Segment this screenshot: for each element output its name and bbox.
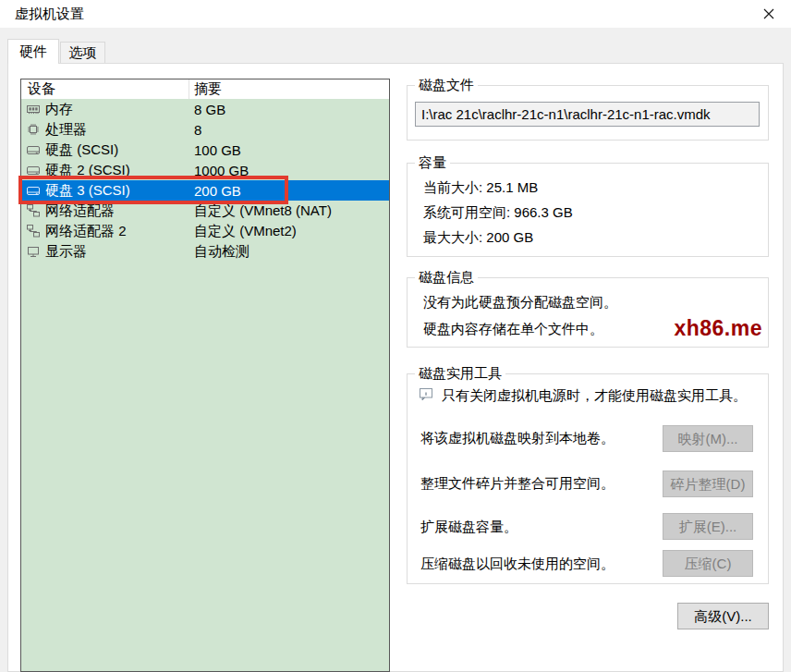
tab-hardware[interactable]: 硬件	[7, 39, 59, 64]
dialog-title: 虚拟机设置	[15, 0, 84, 28]
capacity-group-label: 容量	[415, 154, 450, 172]
device-summary: 自定义 (VMnet8 (NAT)	[189, 202, 389, 220]
capacity-group: 容量 当前大小: 25.1 MB 系统可用空间: 966.3 GB 最大大小: …	[407, 163, 769, 257]
device-row-processors[interactable]: 处理器 8	[21, 119, 389, 140]
disk-info-group-label: 磁盘信息	[415, 269, 478, 287]
titlebar: 虚拟机设置	[0, 0, 791, 28]
watermark-text: xh86.me	[674, 316, 762, 341]
device-summary: 自动检测	[189, 243, 389, 261]
disk-file-path-field[interactable]: I:\rac 21c\raclhr-21c-n1\raclhr-21c-n1-r…	[415, 102, 760, 127]
close-icon[interactable]	[758, 3, 780, 25]
tab-options[interactable]: 选项	[60, 42, 105, 63]
disk-info-line2: 硬盘内容存储在单个文件中。	[423, 321, 603, 338]
map-button[interactable]: 映射(M)...	[663, 425, 753, 452]
disk-file-group: 磁盘文件 I:\rac 21c\raclhr-21c-n1\raclhr-21c…	[407, 85, 769, 141]
device-summary: 8 GB	[189, 102, 389, 117]
disk-info-group: 磁盘信息 没有为此硬盘预分配磁盘空间。 硬盘内容存储在单个文件中。 xh86.m…	[407, 277, 769, 348]
device-summary: 8	[189, 122, 389, 138]
expand-button[interactable]: 扩展(E)...	[663, 513, 753, 540]
defragment-button[interactable]: 碎片整理(D)	[663, 470, 753, 497]
disk-icon	[24, 183, 43, 198]
device-row-disk3-selected[interactable]: 硬盘 3 (SCSI) 200 GB	[21, 180, 389, 201]
compact-description: 压缩磁盘以回收未使用的空间。	[420, 556, 615, 573]
current-size-text: 当前大小: 25.1 MB	[423, 179, 538, 197]
network-icon	[24, 203, 43, 218]
device-row-network1[interactable]: 网络适配器 自定义 (VMnet8 (NAT)	[21, 201, 389, 221]
device-name: 内存	[45, 101, 73, 118]
expand-description: 扩展磁盘容量。	[420, 519, 517, 536]
compact-button[interactable]: 压缩(C)	[663, 550, 753, 577]
disk-icon	[24, 142, 43, 157]
device-row-network2[interactable]: 网络适配器 2 自定义 (VMnet2)	[21, 221, 389, 241]
device-row-memory[interactable]: 内存 8 GB	[21, 99, 389, 119]
disk-utilities-group: 磁盘实用工具 只有关闭虚拟机电源时，才能使用磁盘实用工具。 将该虚拟机磁盘映射到…	[407, 373, 769, 584]
memory-icon	[24, 102, 43, 116]
device-row-disk1[interactable]: 硬盘 (SCSI) 100 GB	[21, 140, 389, 160]
device-name: 硬盘 (SCSI)	[45, 141, 118, 159]
free-space-text: 系统可用空间: 966.3 GB	[423, 204, 573, 222]
device-row-display[interactable]: 显示器 自动检测	[21, 241, 389, 262]
column-header-device: 设备	[21, 79, 189, 99]
device-name: 网络适配器	[45, 202, 115, 220]
vm-settings-dialog: 虚拟机设置 硬件 选项 设备 摘要 内存 8 GB	[0, 0, 791, 672]
max-size-text: 最大大小: 200 GB	[423, 229, 533, 247]
power-off-note: 只有关闭虚拟机电源时，才能使用磁盘实用工具。	[419, 387, 747, 405]
power-off-note-text: 只有关闭虚拟机电源时，才能使用磁盘实用工具。	[442, 387, 747, 405]
disk-icon	[24, 163, 43, 177]
device-summary: 1000 GB	[189, 163, 389, 178]
device-name: 显示器	[45, 243, 87, 261]
disk-file-group-label: 磁盘文件	[415, 77, 478, 94]
device-row-disk2[interactable]: 硬盘 2 (SCSI) 1000 GB	[21, 160, 389, 180]
advanced-button[interactable]: 高级(V)...	[677, 603, 769, 629]
device-name: 硬盘 2 (SCSI)	[45, 162, 130, 179]
network-icon	[24, 224, 43, 238]
device-name: 网络适配器 2	[45, 223, 127, 240]
map-description: 将该虚拟机磁盘映射到本地卷。	[420, 430, 615, 447]
column-header-summary: 摘要	[189, 79, 389, 99]
device-list: 设备 摘要 内存 8 GB 处理器	[20, 79, 390, 672]
device-list-header: 设备 摘要	[21, 79, 389, 99]
device-summary: 自定义 (VMnet2)	[189, 223, 389, 240]
device-summary: 200 GB	[189, 183, 389, 199]
disk-utilities-group-label: 磁盘实用工具	[415, 365, 505, 383]
disk-info-line1: 没有为此硬盘预分配磁盘空间。	[423, 294, 617, 312]
defragment-description: 整理文件碎片并整合可用空间。	[420, 475, 615, 493]
display-icon	[24, 244, 43, 259]
device-name: 处理器	[45, 121, 87, 139]
device-summary: 100 GB	[189, 142, 389, 158]
info-bubble-icon	[419, 387, 434, 405]
cpu-icon	[24, 122, 43, 137]
device-name: 硬盘 3 (SCSI)	[45, 182, 130, 200]
